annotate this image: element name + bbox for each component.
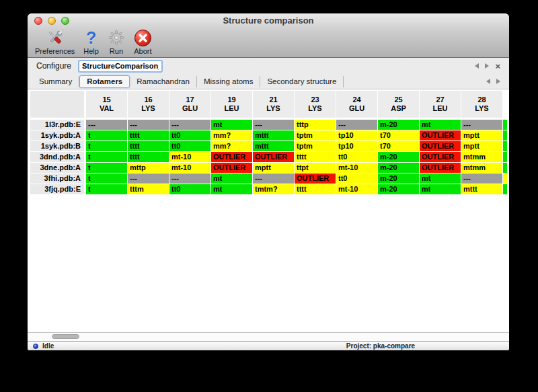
rotamer-cell[interactable]: t [86,163,127,173]
rotamer-cell[interactable]: tttm [128,184,169,194]
rotamer-cell[interactable]: tmtm? [253,184,294,194]
rotamer-cell[interactable]: mtmm [461,163,502,173]
rotamer-cell[interactable]: mt-10 [336,184,377,194]
rotamer-cell[interactable]: OUTLIER [211,152,252,162]
rotamer-cell[interactable]: --- [253,173,294,184]
rotamer-cell[interactable]: tttt [295,184,336,194]
rotamer-cell[interactable]: mttt [253,130,294,141]
rotamer-cell[interactable]: mm? [211,130,252,141]
rotamer-cell[interactable]: tt0 [169,141,210,151]
rotamer-cell[interactable]: tt0 [336,152,377,162]
toolbar-button-run[interactable]: Run [108,28,125,55]
rotamer-cell[interactable]: t [86,141,127,151]
rotamer-cell[interactable]: t70 [378,130,419,141]
rotamer-cell[interactable]: OUTLIER [295,173,336,184]
rotamer-cell[interactable]: mtmm [461,152,502,162]
rotamer-cell[interactable]: mt [420,173,461,184]
rotamer-cell[interactable]: tttp [295,120,336,130]
toolbar-button-preferences[interactable]: Preferences [35,28,75,55]
row-label[interactable]: 1syk.pdb:B [30,141,84,151]
rotamer-cell[interactable]: --- [336,120,377,130]
rotamer-cell[interactable]: t [86,152,127,162]
rotamer-cell[interactable]: mptt [253,163,294,173]
rotamer-cell[interactable]: tttt [128,152,169,162]
tab-rotamers[interactable]: Rotamers [79,75,130,88]
rotamer-cell[interactable]: OUTLIER [420,130,461,141]
horizontal-scrollbar[interactable] [28,332,509,341]
rotamer-cell[interactable]: tp10 [336,141,377,151]
tab-secondary-structure[interactable]: Secondary structure [260,76,344,87]
rotamer-cell[interactable]: t70 [378,141,419,151]
column-header-24[interactable]: 24GLU [336,91,377,118]
tab-forward-arrow-icon[interactable] [496,79,500,84]
forward-arrow-icon[interactable] [485,63,489,69]
rotamer-cell[interactable]: tptm [295,130,336,141]
rotamer-cell[interactable]: tt0 [169,130,210,141]
rotamer-cell[interactable]: mm? [211,141,252,151]
configure-name-input[interactable] [78,60,163,73]
rotamer-cell[interactable]: mt [211,173,252,184]
tab-ramachandran[interactable]: Ramachandran [130,76,197,87]
row-label[interactable]: 3dne.pdb:A [30,163,84,173]
rotamer-cell[interactable]: tttt [295,152,336,162]
back-arrow-icon[interactable] [475,63,479,69]
row-label[interactable]: 1syk.pdb:A [30,130,84,141]
rotamer-cell[interactable]: mttp [128,163,169,173]
rotamer-cell[interactable]: mt [211,120,252,130]
rotamer-cell[interactable]: mt-10 [336,163,377,173]
row-label[interactable]: 3fhi.pdb:A [30,173,84,184]
column-header-21[interactable]: 21LYS [253,91,294,118]
zoom-window-button[interactable] [61,17,69,25]
tab-back-arrow-icon[interactable] [486,79,490,84]
rotamer-cell[interactable]: OUTLIER [253,152,294,162]
rotamer-cell[interactable]: OUTLIER [211,163,252,173]
rotamer-cell[interactable]: --- [461,173,502,184]
rotamer-cell[interactable]: tt0 [169,184,210,194]
rotamer-cell[interactable]: --- [128,173,169,184]
rotamer-cell[interactable]: tp10 [336,130,377,141]
rotamer-cell[interactable]: t [86,130,127,141]
rotamer-cell[interactable]: --- [128,120,169,130]
row-label[interactable]: 3dnd.pdb:A [30,152,84,162]
tab-summary[interactable]: Summary [32,76,79,87]
rotamer-cell[interactable]: --- [86,120,127,130]
column-header-23[interactable]: 23LYS [295,91,336,118]
rotamer-cell[interactable]: mt [420,120,461,130]
tab-missing-atoms[interactable]: Missing atoms [197,76,261,87]
column-header-19[interactable]: 19LEU [211,91,252,118]
rotamer-cell[interactable]: tttt [128,141,169,151]
column-header-16[interactable]: 16LYS [128,91,169,118]
close-window-button[interactable] [34,17,42,25]
rotamer-cell[interactable]: --- [169,120,210,130]
rotamer-cell[interactable]: m-20 [378,152,419,162]
scrollbar-thumb[interactable] [52,334,79,339]
rotamer-cell[interactable]: mptt [461,141,502,151]
rotamer-cell[interactable]: m-20 [378,184,419,194]
toolbar-button-help[interactable]: ?Help [83,28,99,55]
rotamer-cell[interactable]: mptt [461,130,502,141]
toolbar-button-abort[interactable]: Abort [134,28,152,55]
rotamer-cell[interactable]: OUTLIER [420,163,461,173]
rotamer-cell[interactable]: --- [253,120,294,130]
rotamer-cell[interactable]: m-20 [378,120,419,130]
column-header-28[interactable]: 28LYS [461,91,502,118]
rotamer-cell[interactable]: mt-10 [169,163,210,173]
rotamer-cell[interactable]: --- [169,173,210,184]
rotamer-cell[interactable]: m-20 [378,163,419,173]
row-label[interactable]: 3fjq.pdb:E [30,184,84,194]
rotamer-cell[interactable]: mt-10 [169,152,210,162]
rotamer-cell[interactable]: t [86,173,127,184]
column-header-25[interactable]: 25ASP [378,91,419,118]
rotamer-cell[interactable]: mttt [461,184,502,194]
rotamer-cell[interactable]: mt [211,184,252,194]
rotamer-cell[interactable]: mt [420,184,461,194]
rotamer-cell[interactable]: mttt [253,141,294,151]
minimize-window-button[interactable] [48,17,56,25]
rotamer-cell[interactable]: ttpt [295,163,336,173]
column-header-27[interactable]: 27LEU [420,91,461,118]
row-label[interactable]: 1l3r.pdb:E [30,120,84,130]
rotamer-cell[interactable]: t [86,184,127,194]
rotamer-cell[interactable]: OUTLIER [420,141,461,151]
close-icon[interactable]: × [495,62,500,71]
rotamer-cell[interactable]: OUTLIER [420,152,461,162]
